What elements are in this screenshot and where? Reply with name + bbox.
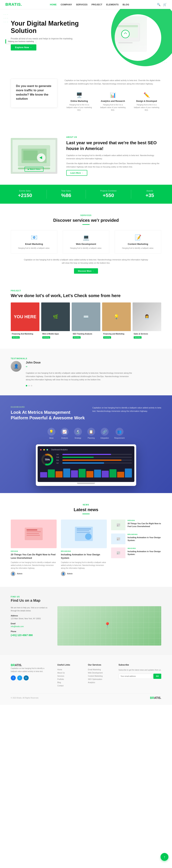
services-divider bbox=[82, 224, 90, 225]
metric-icon-analysis-label: Analysis bbox=[61, 437, 68, 439]
news-heading-1[interactable]: 20 Things You Can Do Right Now to Feel L… bbox=[11, 553, 57, 559]
footer-link-home[interactable]: Home bbox=[57, 669, 81, 671]
news-sidebar-title-3[interactable]: Including Animation in Your Design Syste… bbox=[127, 550, 161, 556]
metric-icon-ideas-label: Ideas bbox=[48, 437, 55, 439]
portfolio-item-4[interactable]: 💡 Financing and Marketing Branding bbox=[102, 303, 131, 340]
hero-title: Your Digital Marketing Solution bbox=[11, 20, 86, 35]
news-divider bbox=[82, 514, 90, 514]
footer-services-title: Our Services bbox=[88, 663, 111, 666]
navbar: BRATIS. HOME COMPANY SERVICES PROJECT EL… bbox=[0, 0, 172, 9]
footer-srv-email[interactable]: Email Marketing bbox=[88, 669, 111, 671]
footer-link-about[interactable]: About Us bbox=[57, 672, 81, 674]
subscribe-form: GO bbox=[119, 674, 161, 679]
news-heading-2[interactable]: Including Animation in Your Design Syste… bbox=[61, 553, 107, 559]
footer-social: f t in bbox=[11, 675, 50, 680]
portfolio-tag-2[interactable]: Branding bbox=[42, 336, 50, 339]
portfolio-caption-3: SEO Tracking Analysis Branding bbox=[71, 331, 101, 340]
services-cta-button[interactable]: Discover More → bbox=[74, 268, 98, 274]
linkedin-button[interactable]: in bbox=[24, 675, 29, 680]
metric-icon-ideas: 💡 Ideas bbox=[48, 428, 55, 439]
portfolio-tag-4[interactable]: Branding bbox=[103, 336, 111, 339]
facebook-button[interactable]: f bbox=[11, 675, 16, 680]
testi-dot-1[interactable] bbox=[26, 385, 27, 386]
footer-srv-seo[interactable]: SEO Optimization bbox=[88, 678, 111, 680]
stat-sales-label: Total Sales bbox=[61, 190, 71, 192]
map-phone-label: Phone bbox=[11, 630, 50, 632]
footer-srv-content[interactable]: Content Marketing bbox=[88, 675, 111, 677]
footer-srv-analytics[interactable]: Analytics bbox=[88, 682, 111, 683]
portfolio-item-1[interactable]: YOU HERE Financing And Marketing Brandin… bbox=[11, 303, 39, 340]
footer-about-text: Capitalize on low hanging fruit to ident… bbox=[11, 667, 50, 673]
solution-heading: Do you want to generate more traffic to … bbox=[16, 84, 52, 101]
solution-cards: 🖥️ Online Marketing Hanging fruit to the… bbox=[64, 89, 161, 118]
twitter-button[interactable]: t bbox=[17, 675, 22, 680]
footer-useful-links-title: Useful Links bbox=[57, 663, 81, 666]
bar-apr-label: Apr bbox=[56, 462, 61, 464]
stat-awards-value: +35 bbox=[145, 193, 154, 198]
testi-dot-3[interactable] bbox=[31, 385, 32, 386]
stat-events: Events Sales +2150 bbox=[18, 190, 32, 198]
news-avatar-1: 👤 bbox=[11, 571, 16, 576]
portfolio-thumb-4: 💡 bbox=[102, 303, 131, 331]
portfolio-title: We've done lot's of work, Let's Check so… bbox=[11, 293, 161, 298]
metric-icon-planning: 📋 Planning bbox=[87, 428, 95, 439]
portfolio-item-5[interactable]: 👩‍💼 Sales & Services Branding bbox=[133, 303, 161, 340]
stat-sales-value: %86 bbox=[61, 193, 71, 198]
news-thumb-2 bbox=[61, 520, 107, 548]
news-meta-1: 👤 Admin bbox=[11, 571, 57, 576]
strategy-icon: 🔬 bbox=[74, 428, 82, 436]
news-sidebar-content-2: BRANDING Including Animation in Your Des… bbox=[127, 533, 161, 542]
news-sidebar-thumb-2: 📰 bbox=[111, 533, 125, 544]
requirement-icon: 👥 bbox=[116, 428, 123, 436]
lbc-bar-4 bbox=[63, 469, 70, 477]
nav-blog[interactable]: BLOG bbox=[122, 3, 129, 6]
portfolio-title-3: SEO Tracking Analysis bbox=[73, 333, 99, 335]
logo-text: ATIS. bbox=[11, 2, 22, 7]
nav-company[interactable]: COMPANY bbox=[61, 3, 72, 6]
logo[interactable]: BRATIS. bbox=[5, 2, 22, 7]
bar-apr-track bbox=[62, 462, 132, 464]
portfolio-tag-1[interactable]: Branding bbox=[12, 336, 20, 339]
testimonial-inner: 👤 John Doue " Capitalize on low hanging … bbox=[11, 361, 161, 386]
footer-srv-web[interactable]: Web Development bbox=[88, 672, 111, 674]
proof-video-btn[interactable]: ▶ Watch Video bbox=[25, 167, 44, 172]
analytics-icon: 📊 bbox=[100, 92, 126, 98]
portfolio-item-3[interactable]: ⌨️ SEO Tracking Analysis Branding bbox=[71, 303, 101, 340]
portfolio-item-2[interactable]: 🌿 Web & Mobile Apps Branding bbox=[41, 303, 70, 340]
stat-awards: Awards +35 bbox=[145, 190, 154, 198]
portfolio-title-5: Sales & Services bbox=[134, 333, 160, 335]
nav-services[interactable]: SERVICES bbox=[76, 3, 87, 6]
footer-link-portfolio[interactable]: Portfolio bbox=[57, 678, 81, 680]
hero-cta-button[interactable]: Explore Now → bbox=[11, 44, 36, 51]
portfolio-tag-5[interactable]: Branding bbox=[134, 336, 142, 339]
cart-icon[interactable]: 🛒 bbox=[163, 3, 167, 6]
subscribe-email-input[interactable] bbox=[119, 674, 152, 679]
testi-dot-2[interactable] bbox=[28, 385, 30, 386]
portfolio-title-4: Financing and Marketing bbox=[103, 333, 130, 335]
stat-sales: Total Sales %86 bbox=[61, 190, 71, 198]
services-label: SERVICES bbox=[11, 214, 161, 216]
news-sidebar-title-1[interactable]: 20 Things You Can Do Right Now to Feel L… bbox=[127, 522, 161, 528]
proof-cta-button[interactable]: Learn More → bbox=[66, 170, 87, 176]
portfolio-caption-2: Web & Mobile Apps Branding bbox=[41, 331, 70, 340]
map-email-link[interactable]: info@bratis.com bbox=[11, 625, 24, 627]
search-icon[interactable]: 🔍 bbox=[157, 3, 161, 6]
metrics-left: DASHBOARD Look At Metrics Management Pla… bbox=[11, 406, 85, 422]
portfolio-tag-3[interactable]: Branding bbox=[73, 336, 81, 339]
nav-elements[interactable]: ELEMENTS bbox=[106, 3, 119, 6]
nav-project[interactable]: PROJECT bbox=[91, 3, 102, 6]
nav-home[interactable]: HOME bbox=[50, 3, 57, 6]
news-sidebar-title-2[interactable]: Including Animation in Your Design Syste… bbox=[127, 536, 161, 542]
service-card-2-desc: Hanging fruit to identify a ballpark val… bbox=[65, 247, 107, 250]
footer-link-services[interactable]: Services bbox=[57, 675, 81, 677]
svg-rect-23 bbox=[77, 530, 89, 531]
laptop-notch bbox=[77, 483, 95, 484]
subscribe-button[interactable]: GO bbox=[153, 674, 161, 679]
footer-link-blog[interactable]: Blog bbox=[57, 682, 81, 683]
bar-mar-label: Mar bbox=[56, 459, 61, 461]
service-card-1-desc: Hanging fruit to identify a ballpark val… bbox=[13, 247, 55, 250]
integration-icon: 🔗 bbox=[101, 428, 109, 436]
map-title: Find Us on a Map bbox=[11, 598, 161, 602]
footer-link-contact[interactable]: Contact bbox=[57, 685, 81, 687]
metrics-desc: Capitalize on low hanging fruit to ident… bbox=[92, 406, 161, 413]
